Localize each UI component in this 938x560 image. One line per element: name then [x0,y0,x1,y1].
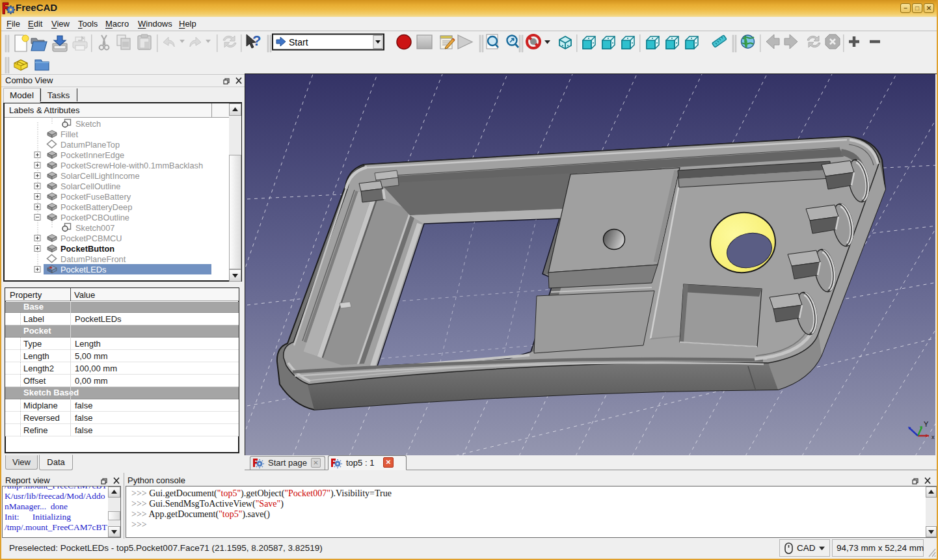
svg-text:Y: Y [924,420,929,428]
svg-text:DatumPlaneTop: DatumPlaneTop [60,140,120,150]
svg-text:PocketBatteryDeep: PocketBatteryDeep [60,202,132,212]
svg-text:x: x [931,434,935,440]
svg-text:PocketButton: PocketButton [60,244,114,254]
svg-text:Start: Start [289,37,308,47]
svg-text:PocketFuseBattery: PocketFuseBattery [60,192,131,202]
svg-text:PocketPCBOutline: PocketPCBOutline [60,213,129,222]
svg-text:PocketInnerEdge: PocketInnerEdge [60,150,124,160]
svg-text:PocketLEDs: PocketLEDs [60,265,106,274]
svg-text:PocketPCBMCU: PocketPCBMCU [60,233,122,243]
svg-text:Sketch007: Sketch007 [75,223,114,233]
svg-text:PocketScrewHole-with0.1mmBackl: PocketScrewHole-with0.1mmBacklash [60,161,203,170]
svg-text:DatumPlaneFront: DatumPlaneFront [60,254,126,264]
svg-text:SolarCellLightIncome: SolarCellLightIncome [60,171,140,181]
svg-text:SolarCellOutline: SolarCellOutline [60,181,120,191]
svg-text:Sketch: Sketch [75,119,101,129]
svg-text:Fillet: Fillet [60,129,78,139]
